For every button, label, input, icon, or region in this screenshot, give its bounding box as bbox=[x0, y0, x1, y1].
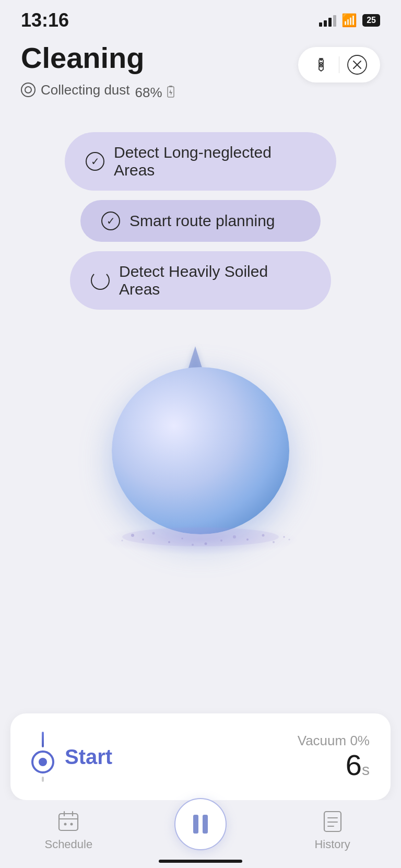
right-stats: Vacuum 0% 6s bbox=[298, 733, 370, 781]
features-section: ✓ Detect Long-neglected Areas ✓ Smart ro… bbox=[0, 101, 401, 310]
svg-point-15 bbox=[205, 542, 207, 545]
status-subtitle: Collecting dust 68% bbox=[21, 79, 176, 101]
svg-point-13 bbox=[182, 537, 183, 539]
svg-point-19 bbox=[262, 534, 265, 536]
pause-icon bbox=[193, 815, 208, 834]
header-left: Cleaning Collecting dust 68% bbox=[21, 42, 176, 101]
wifi-icon: 📶 bbox=[341, 13, 357, 28]
svg-rect-24 bbox=[59, 814, 78, 830]
start-icon bbox=[31, 732, 54, 782]
robot-sphere-container bbox=[101, 351, 300, 550]
history-icon bbox=[320, 808, 345, 834]
feature-label-2: Smart route planning bbox=[129, 212, 275, 230]
svg-point-23 bbox=[289, 538, 290, 540]
charging-icon bbox=[166, 86, 176, 99]
feature-pill-1: ✓ Detect Long-neglected Areas bbox=[65, 132, 336, 191]
vacuum-label: Vacuum 0% bbox=[298, 733, 370, 749]
close-button[interactable] bbox=[345, 52, 370, 77]
battery-percentage: 68% bbox=[135, 85, 176, 101]
svg-point-11 bbox=[152, 532, 155, 534]
pause-button[interactable] bbox=[174, 798, 227, 850]
svg-point-12 bbox=[168, 541, 170, 543]
divider bbox=[339, 56, 339, 73]
nav-history[interactable]: History bbox=[301, 808, 364, 851]
svg-point-14 bbox=[192, 544, 194, 546]
page-title: Cleaning bbox=[21, 42, 176, 74]
status-time: 13:16 bbox=[21, 9, 69, 31]
header: Cleaning Collecting dust 68% bbox=[0, 37, 401, 101]
robot-visual bbox=[0, 341, 401, 560]
feature-pill-3: Detect Heavily Soiled Areas bbox=[70, 251, 331, 310]
svg-point-18 bbox=[246, 538, 249, 541]
check-icon-2: ✓ bbox=[101, 212, 120, 230]
svg-point-8 bbox=[122, 527, 279, 546]
svg-rect-1 bbox=[169, 86, 172, 87]
bottom-nav: Schedule History bbox=[0, 800, 401, 868]
svg-point-21 bbox=[284, 536, 285, 537]
header-controls bbox=[298, 47, 380, 83]
svg-point-22 bbox=[122, 539, 123, 541]
feature-label-1: Detect Long-neglected Areas bbox=[114, 144, 315, 179]
svg-point-29 bbox=[70, 823, 73, 826]
start-label: Start bbox=[65, 745, 112, 769]
loading-icon-3 bbox=[91, 271, 110, 290]
nav-schedule[interactable]: Schedule bbox=[37, 808, 100, 851]
bottom-card: Start Vacuum 0% 6s bbox=[10, 713, 391, 800]
svg-marker-4 bbox=[319, 65, 323, 71]
svg-point-16 bbox=[220, 539, 222, 542]
feature-pill-2: ✓ Smart route planning bbox=[80, 200, 321, 242]
battery-icon: 25 bbox=[362, 14, 380, 27]
feature-label-3: Detect Heavily Soiled Areas bbox=[119, 263, 310, 298]
svg-point-9 bbox=[131, 534, 134, 537]
svg-point-10 bbox=[142, 538, 144, 541]
svg-point-20 bbox=[273, 541, 275, 543]
particles bbox=[101, 508, 300, 550]
check-icon-1: ✓ bbox=[86, 152, 104, 171]
collecting-icon bbox=[21, 83, 36, 97]
status-icons: 📶 25 bbox=[319, 13, 380, 28]
home-indicator bbox=[159, 860, 242, 863]
start-section: Start bbox=[31, 732, 112, 782]
signal-icon bbox=[319, 14, 336, 27]
svg-point-28 bbox=[64, 823, 67, 826]
schedule-icon bbox=[56, 808, 81, 834]
time-display: 6s bbox=[298, 749, 370, 781]
svg-point-17 bbox=[233, 535, 236, 538]
history-label: History bbox=[314, 838, 350, 851]
collecting-text: Collecting dust bbox=[41, 82, 130, 98]
schedule-label: Schedule bbox=[44, 838, 92, 851]
status-bar: 13:16 📶 25 bbox=[0, 0, 401, 37]
settings-button[interactable] bbox=[309, 52, 334, 77]
